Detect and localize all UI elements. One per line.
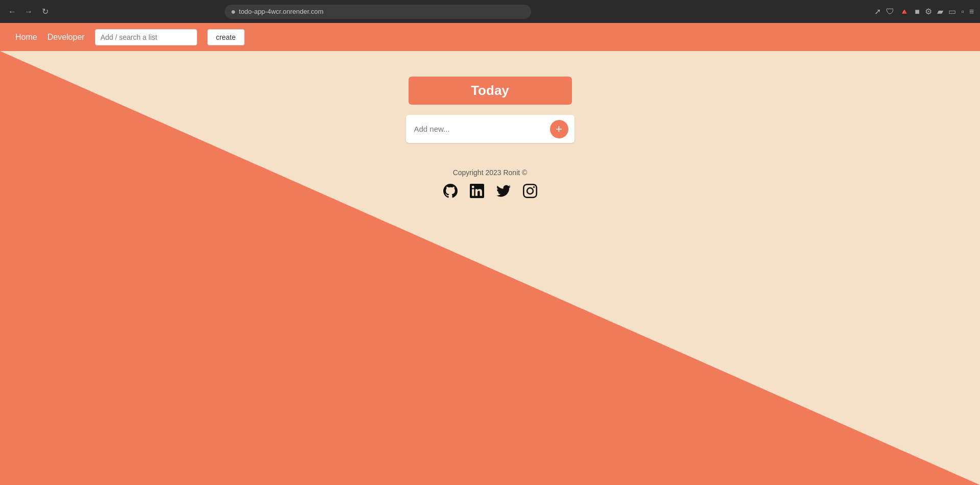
home-link[interactable]: Home	[15, 33, 37, 42]
brave-shield-icon[interactable]: 🛡	[886, 7, 894, 16]
instagram-icon[interactable]	[522, 183, 538, 199]
copyright-text: Copyright 2023 Ronit ©	[453, 168, 528, 177]
twitter-icon[interactable]	[495, 183, 512, 199]
settings-icon[interactable]: ⚙	[925, 7, 932, 16]
add-new-button[interactable]: +	[550, 120, 568, 138]
forward-button[interactable]: →	[22, 6, 35, 18]
back-button[interactable]: ←	[6, 6, 18, 18]
browser-right-icons: ➚ 🛡 🔺 ■ ⚙ ▰ ▭ ▫ ≡	[874, 7, 974, 16]
sidebar-icon[interactable]: ▭	[948, 7, 956, 16]
share-icon[interactable]: ➚	[874, 7, 881, 16]
window-icon[interactable]: ▫	[961, 7, 964, 16]
add-new-input[interactable]	[414, 125, 545, 133]
brave-rewards-icon[interactable]: 🔺	[899, 7, 910, 16]
today-button[interactable]: Today	[409, 77, 572, 105]
footer: Copyright 2023 Ronit ©	[442, 168, 538, 199]
app-navbar: Home Developer create	[0, 23, 980, 51]
menu-icon[interactable]: ≡	[969, 7, 974, 16]
url-text: todo-app-4wcr.onrender.com	[239, 8, 323, 15]
location-icon: ●	[231, 7, 236, 16]
address-bar: ● todo-app-4wcr.onrender.com	[225, 5, 531, 19]
social-icons	[442, 183, 538, 199]
extensions-icon[interactable]: ■	[915, 7, 920, 16]
content-area: Today + Copyright 2023 Ronit ©	[0, 51, 980, 485]
puzzle-icon[interactable]: ▰	[937, 7, 943, 16]
reload-button[interactable]: ↻	[39, 6, 51, 18]
search-input[interactable]	[95, 29, 197, 45]
add-new-container: +	[406, 115, 575, 143]
developer-link[interactable]: Developer	[47, 33, 85, 42]
create-button[interactable]: create	[207, 29, 245, 45]
github-icon[interactable]	[442, 183, 459, 199]
main-content: Today + Copyright 2023 Ronit ©	[0, 51, 980, 485]
linkedin-icon[interactable]	[469, 183, 485, 199]
browser-chrome: ← → ↻ ● todo-app-4wcr.onrender.com ➚ 🛡 🔺…	[0, 0, 980, 23]
